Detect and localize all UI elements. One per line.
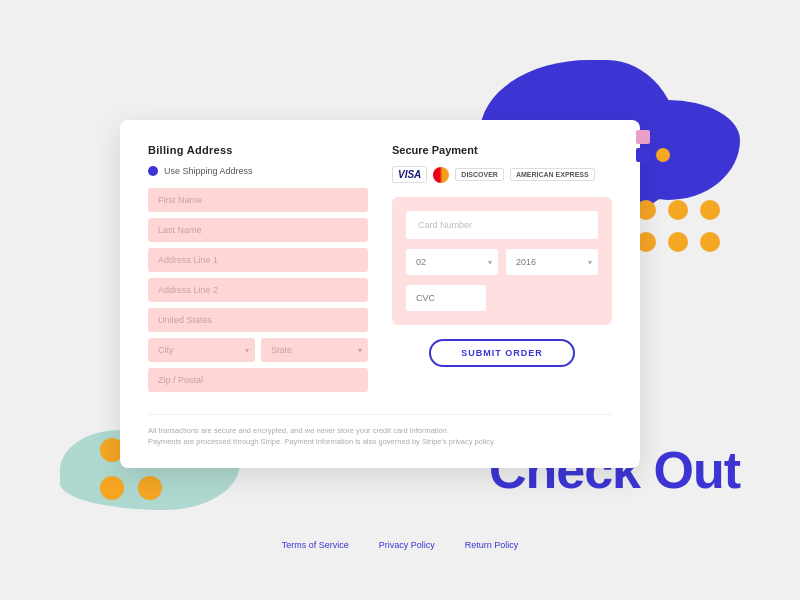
year-select[interactable]: 2016 201720182019 202020212022 202320242… [506,249,598,275]
city-state-row: City ▾ State ▾ [148,338,368,362]
payment-section: Secure Payment VISA DISCOVER AMERICAN EX… [392,144,612,398]
country-input[interactable] [148,308,368,332]
billing-section: Billing Address Use Shipping Address Cit… [148,144,368,398]
city-select[interactable]: City [148,338,255,362]
billing-heading: Billing Address [148,144,368,156]
dots-right [636,200,720,252]
terms-link[interactable]: Terms of Service [282,540,349,550]
dot-r6 [700,232,720,252]
use-shipping-row[interactable]: Use Shipping Address [148,166,368,176]
security-line1: All transactions are secure and encrypte… [148,425,612,436]
card-logos-row: VISA DISCOVER AMERICAN EXPRESS [392,166,612,183]
city-select-wrap: City ▾ [148,338,255,362]
address1-input[interactable] [148,248,368,272]
state-select[interactable]: State [261,338,368,362]
use-shipping-label: Use Shipping Address [164,166,253,176]
payment-heading: Secure Payment [392,144,612,156]
checkout-card: Billing Address Use Shipping Address Cit… [120,120,640,468]
return-link[interactable]: Return Policy [465,540,519,550]
year-select-wrap: 2016 201720182019 202020212022 202320242… [506,249,598,275]
cvc-input[interactable] [406,285,486,311]
payment-form: 02 010304 050607 080910 1112 ▾ 2016 2017… [392,197,612,325]
dot-r2 [668,200,688,220]
mastercard-logo [433,167,449,183]
card-number-input[interactable] [406,211,598,239]
submit-order-button[interactable]: SUBMIT ORDER [429,339,575,367]
decor-icons [636,130,670,162]
dot-r5 [668,232,688,252]
decor-icon-4 [656,148,670,162]
month-select-wrap: 02 010304 050607 080910 1112 ▾ [406,249,498,275]
privacy-link[interactable]: Privacy Policy [379,540,435,550]
dot-l3 [100,476,124,500]
decor-icon-1 [636,130,650,144]
decor-icon-2 [656,130,670,144]
security-text: All transactions are secure and encrypte… [148,414,612,448]
decor-icon-3 [636,148,650,162]
use-shipping-radio[interactable] [148,166,158,176]
address2-input[interactable] [148,278,368,302]
security-line2: Payments are processed through Stripe. P… [148,436,612,447]
discover-logo: DISCOVER [455,168,504,181]
amex-logo: AMERICAN EXPRESS [510,168,595,181]
footer-links: Terms of Service Privacy Policy Return P… [0,540,800,550]
dot-r3 [700,200,720,220]
state-select-wrap: State ▾ [261,338,368,362]
last-name-input[interactable] [148,218,368,242]
month-select[interactable]: 02 010304 050607 080910 1112 [406,249,498,275]
first-name-input[interactable] [148,188,368,212]
expiry-row: 02 010304 050607 080910 1112 ▾ 2016 2017… [406,249,598,275]
dot-l4 [138,476,162,500]
zip-input[interactable] [148,368,368,392]
visa-logo: VISA [392,166,427,183]
